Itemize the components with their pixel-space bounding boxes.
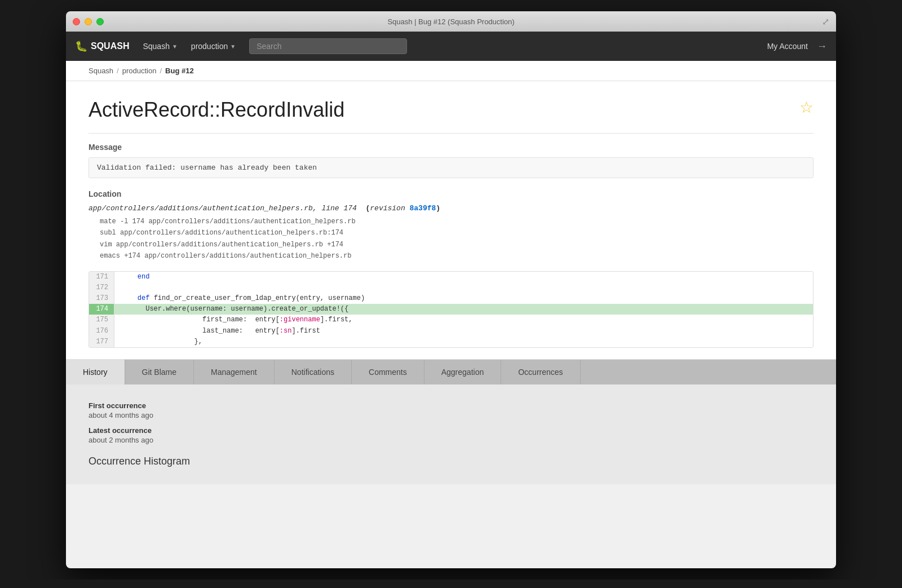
line-number: 176 xyxy=(89,326,114,337)
revision-link[interactable]: 8a39f8 xyxy=(410,204,436,213)
code-viewer: 171 end172173 def find_or_create_user_fr… xyxy=(89,271,813,348)
code-line: 176 last_name: entry[:sn].first xyxy=(89,326,813,337)
tab-bar: HistoryGit BlameManagementNotificationsC… xyxy=(66,360,836,384)
command-line: emacs +174 app/controllers/additions/aut… xyxy=(100,250,813,262)
line-code: def find_or_create_user_from_ldap_entry(… xyxy=(114,293,372,304)
code-line: 174 User.where(username: username).creat… xyxy=(89,304,813,315)
location-file: app/controllers/additions/authentication… xyxy=(89,204,813,213)
line-number: 174 xyxy=(89,304,114,315)
search-input[interactable] xyxy=(249,38,407,54)
main-content: Squash / production / Bug #12 ActiveReco… xyxy=(66,61,836,568)
nav-brand[interactable]: 🐛 SQUASH xyxy=(75,40,129,52)
chevron-down-icon: ▼ xyxy=(230,43,236,50)
revision-label: revision xyxy=(370,204,409,213)
star-button[interactable]: ☆ xyxy=(799,98,813,117)
close-button[interactable] xyxy=(73,18,80,25)
tab-item[interactable]: Git Blame xyxy=(125,360,194,384)
location-label: Location xyxy=(89,189,813,198)
message-label: Message xyxy=(89,143,813,152)
latest-occurrence-label: Latest occurrence xyxy=(89,426,813,435)
line-number: 177 xyxy=(89,337,114,347)
brand-icon: 🐛 xyxy=(75,40,87,52)
command-line: mate -l 174 app/controllers/additions/au… xyxy=(100,216,813,227)
brand-name: SQUASH xyxy=(91,41,129,51)
line-code: User.where(username: username).create_or… xyxy=(114,304,355,315)
breadcrumb-current: Bug #12 xyxy=(165,67,194,75)
tab-item[interactable]: Notifications xyxy=(275,360,352,384)
navbar: 🐛 SQUASH Squash ▼ production ▼ My Accoun… xyxy=(66,32,836,61)
minimize-button[interactable] xyxy=(85,18,92,25)
divider-1 xyxy=(89,133,813,134)
tab-item[interactable]: History xyxy=(66,360,125,384)
tab-item[interactable]: Management xyxy=(194,360,275,384)
code-line: 172 xyxy=(89,282,813,293)
latest-occurrence-value: about 2 months ago xyxy=(89,436,813,444)
expand-icon[interactable]: ⤢ xyxy=(822,16,829,27)
breadcrumb-bar: Squash / production / Bug #12 xyxy=(66,61,836,81)
tab-item[interactable]: Aggregation xyxy=(425,360,502,384)
line-number: 171 xyxy=(89,272,114,282)
account-link[interactable]: My Account xyxy=(767,42,808,51)
histogram-title: Occurrence Histogram xyxy=(89,456,813,467)
titlebar: Squash | Bug #12 (Squash Production) ⤢ xyxy=(66,11,836,32)
code-line: 177 }, xyxy=(89,337,813,347)
line-number: 175 xyxy=(89,315,114,325)
chevron-down-icon: ▼ xyxy=(172,43,178,50)
maximize-button[interactable] xyxy=(96,18,104,25)
breadcrumb-sep-1: / xyxy=(117,67,119,75)
nav-project-label: Squash xyxy=(143,42,169,51)
logout-icon[interactable]: → xyxy=(817,41,827,52)
breadcrumb-project[interactable]: Squash xyxy=(89,67,113,75)
bug-title: ActiveRecord::RecordInvalid xyxy=(89,98,813,122)
location-section: app/controllers/additions/authentication… xyxy=(89,204,813,262)
code-line: 175 first_name: entry[:givenname].first, xyxy=(89,315,813,325)
command-line: subl app/controllers/additions/authentic… xyxy=(100,227,813,238)
first-occurrence-label: First occurrence xyxy=(89,401,813,410)
nav-right: My Account → xyxy=(767,41,827,52)
breadcrumb-sep-2: / xyxy=(160,67,162,75)
nav-project-dropdown[interactable]: Squash ▼ xyxy=(138,39,182,53)
first-occurrence-value: about 4 months ago xyxy=(89,411,813,419)
tab-item[interactable]: Occurrences xyxy=(501,360,580,384)
nav-environment-label: production xyxy=(191,42,228,51)
app-window: Squash | Bug #12 (Squash Production) ⤢ 🐛… xyxy=(66,11,836,568)
line-number: 172 xyxy=(89,282,114,293)
window-title: Squash | Bug #12 (Squash Production) xyxy=(387,17,514,26)
line-code: first_name: entry[:givenname].first, xyxy=(114,315,359,325)
nav-search[interactable] xyxy=(249,38,407,54)
location-commands: mate -l 174 app/controllers/additions/au… xyxy=(89,216,813,262)
message-text: Validation failed: username has already … xyxy=(89,157,813,178)
bug-detail: ActiveRecord::RecordInvalid ☆ Message Va… xyxy=(66,81,836,360)
breadcrumb: Squash / production / Bug #12 xyxy=(89,67,813,75)
code-line: 171 end xyxy=(89,272,813,282)
code-line: 173 def find_or_create_user_from_ldap_en… xyxy=(89,293,813,304)
nav-environment-dropdown[interactable]: production ▼ xyxy=(187,39,240,53)
line-code: last_name: entry[:sn].first xyxy=(114,326,327,337)
line-number: 173 xyxy=(89,293,114,304)
tab-item[interactable]: Comments xyxy=(352,360,425,384)
command-line: vim app/controllers/additions/authentica… xyxy=(100,239,813,250)
line-code: end xyxy=(114,272,156,282)
line-code xyxy=(114,282,128,293)
occurrence-section: First occurrence about 4 months ago Late… xyxy=(89,401,813,444)
tab-content: First occurrence about 4 months ago Late… xyxy=(66,384,836,484)
line-code: }, xyxy=(114,337,209,347)
traffic-lights xyxy=(73,18,104,25)
breadcrumb-env[interactable]: production xyxy=(122,67,157,75)
